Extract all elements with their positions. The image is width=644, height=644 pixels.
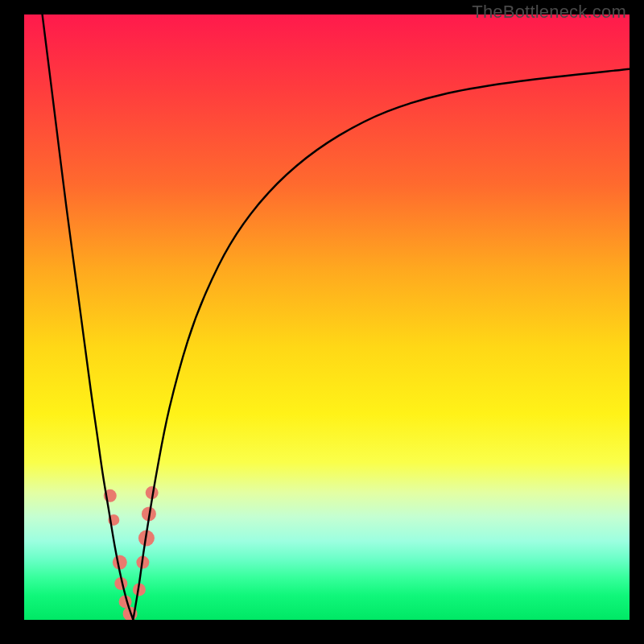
curve-right-branch [133,69,630,620]
chart-svg [24,14,630,620]
watermark-text: TheBottleneck.com [472,2,626,23]
plot-area [24,14,630,620]
chart-frame: TheBottleneck.com [0,0,644,644]
curve-left-branch [43,14,134,620]
